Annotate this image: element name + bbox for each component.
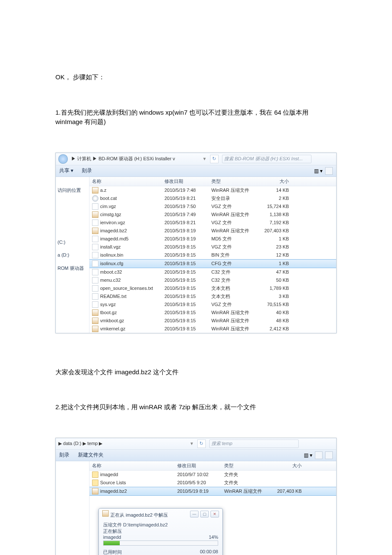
preview-icon[interactable]	[315, 451, 323, 459]
file-row[interactable]: vmkernel.gz2010/5/19 8:15WinRAR 压缩文件2,41…	[89, 325, 336, 333]
share-button[interactable]: 共享 ▾	[59, 167, 73, 174]
file-type: 文件夹	[224, 471, 271, 478]
file-name: vmkernel.gz	[100, 326, 125, 331]
address-bar: ▶ 计算机 ▶ BD-ROM 驱动器 (H:) ESXi Installer v…	[56, 153, 336, 165]
burn-button[interactable]: 刻录	[82, 167, 92, 174]
view-button[interactable]: ▥ ▾	[304, 452, 312, 458]
file-size: 207,403 KB	[271, 489, 305, 494]
file-list: 名称 修改日期 类型 大小 imagedd2010/9/7 10:02文件夹So…	[89, 461, 336, 555]
help-icon[interactable]	[325, 167, 333, 175]
file-row[interactable]: imagedd.md52010/5/19 8:19MD5 文件1 KB	[89, 235, 336, 243]
col-name[interactable]: 名称	[92, 178, 164, 185]
file-row[interactable]: imagedd.bz22010/5/19 8:19WinRAR 压缩文件207,…	[89, 227, 336, 235]
search-input[interactable]: 搜索 BD-ROM 驱动器 (H:) ESXi Inst...	[222, 155, 311, 163]
file-icon	[92, 211, 98, 218]
file-date: 2010/5/19 8:21	[164, 196, 211, 201]
file-date: 2010/5/19 8:15	[164, 294, 211, 299]
file-icon	[92, 480, 98, 486]
file-type: 文件夹	[224, 480, 271, 486]
file-row[interactable]: a.z2010/5/19 7:48WinRAR 压缩文件14 KB	[89, 186, 336, 194]
nav-pane-item[interactable]: ROM 驱动器	[58, 265, 87, 272]
nav-pane[interactable]: 访问的位置(C:)a (D:)ROM 驱动器	[56, 177, 89, 333]
file-size: 1 KB	[262, 261, 292, 266]
file-row[interactable]: tboot.gz2010/5/19 8:15WinRAR 压缩文件40 KB	[89, 309, 336, 317]
file-size: 1,789 KB	[262, 286, 292, 291]
file-name: imagedd.bz2	[100, 489, 127, 494]
file-icon	[92, 318, 98, 324]
file-icon	[92, 244, 98, 250]
file-row[interactable]: cimstg.tgz2010/5/19 7:49WinRAR 压缩文件1,138…	[89, 211, 336, 219]
file-row[interactable]: mboot.c322010/5/19 8:15C32 文件47 KB	[89, 268, 336, 276]
nav-pane-item[interactable]: 访问的位置	[58, 187, 87, 194]
toolbar: 刻录 新建文件夹 ▥ ▾	[56, 450, 336, 461]
file-icon	[92, 277, 98, 283]
file-type: WinRAR 压缩文件	[211, 318, 262, 324]
file-row[interactable]: open_source_licenses.txt2010/5/19 8:15文本…	[89, 284, 336, 292]
file-row[interactable]: isolinux.cfg2010/5/19 8:15CFG 文件1 KB	[89, 259, 336, 268]
file-list: 名称 修改日期 类型 大小 a.z2010/5/19 7:48WinRAR 压缩…	[89, 177, 336, 333]
file-row[interactable]: imagedd2010/9/7 10:02文件夹	[89, 471, 336, 479]
file-type: 文本文档	[211, 285, 262, 292]
file-row[interactable]: ienviron.vgz2010/5/19 8:21VGZ 文件7,192 KB	[89, 219, 336, 227]
file-progress-pct: 14%	[209, 535, 218, 540]
nav-pane-item[interactable]: (C:)	[58, 240, 87, 245]
file-row[interactable]: imagedd.bz22010/5/19 8:19WinRAR 压缩文件207,…	[89, 487, 336, 496]
nav-pane[interactable]	[56, 461, 89, 555]
explorer-window-cdrom: ▶ 计算机 ▶ BD-ROM 驱动器 (H:) ESXi Installer v…	[55, 153, 337, 333]
file-date: 2010/5/19 8:15	[164, 286, 211, 291]
paragraph-ok: OK， 步骤如下：	[55, 72, 337, 82]
col-size[interactable]: 大小	[271, 462, 305, 469]
file-date: 2010/5/19 8:15	[164, 252, 211, 257]
search-input[interactable]: 搜索 temp	[209, 439, 299, 448]
file-date: 2010/5/19 8:15	[164, 302, 211, 307]
file-type: VGZ 文件	[211, 244, 262, 250]
refresh-button[interactable]: ↻	[197, 439, 206, 448]
file-name: cim.vgz	[100, 204, 116, 209]
file-row[interactable]: install.vgz2010/5/19 8:15VGZ 文件23 KB	[89, 243, 336, 251]
breadcrumb[interactable]: ▶ 计算机 ▶ BD-ROM 驱动器 (H:) ESXi Installer v	[71, 156, 199, 162]
col-type[interactable]: 类型	[224, 462, 271, 469]
file-size: 14 KB	[262, 188, 292, 193]
file-type: WinRAR 压缩文件	[211, 326, 262, 332]
explorer-window-temp: ▶ data (D:) ▶ temp ▶ ▼ ↻ 搜索 temp 刻录 新建文件…	[55, 438, 337, 555]
file-date: 2010/5/19 8:21	[164, 220, 211, 225]
help-icon[interactable]	[325, 451, 333, 459]
file-icon	[92, 285, 98, 292]
col-date[interactable]: 修改日期	[164, 178, 211, 185]
dropdown-arrow-icon[interactable]: ▼	[190, 441, 194, 446]
file-row[interactable]: README.txt2010/5/19 8:15文本文档3 KB	[89, 292, 336, 301]
dropdown-arrow-icon[interactable]: ▼	[202, 156, 207, 161]
file-row[interactable]: sys.vgz2010/5/19 8:15VGZ 文件70,515 KB	[89, 301, 336, 309]
col-date[interactable]: 修改日期	[177, 462, 224, 469]
newfolder-button[interactable]: 新建文件夹	[78, 451, 104, 459]
file-name: a.z	[100, 188, 107, 193]
file-row[interactable]: vmkboot.gz2010/5/19 8:15WinRAR 压缩文件48 KB	[89, 317, 336, 325]
minimize-button[interactable]: —	[190, 511, 199, 517]
burn-button[interactable]: 刻录	[59, 451, 69, 459]
file-name: tboot.gz	[100, 310, 117, 315]
file-row[interactable]: Source Lists2010/9/5 9:20文件夹	[89, 479, 336, 487]
file-row[interactable]: cim.vgz2010/5/19 7:50VGZ 文件15,724 KB	[89, 202, 336, 211]
file-size: 7,192 KB	[262, 220, 292, 225]
refresh-button[interactable]: ↻	[210, 155, 219, 163]
file-size: 2 KB	[262, 196, 292, 201]
file-row[interactable]: menu.c322010/5/19 8:15C32 文件50 KB	[89, 276, 336, 284]
file-row[interactable]: boot.cat2010/5/19 8:21安全目录2 KB	[89, 194, 336, 202]
nav-pane-item[interactable]: a (D:)	[58, 252, 87, 257]
file-icon	[92, 309, 98, 316]
breadcrumb[interactable]: ▶ data (D:) ▶ temp ▶	[58, 441, 186, 446]
file-size: 2,412 KB	[262, 326, 292, 331]
file-name: menu.c32	[100, 278, 121, 283]
col-size[interactable]: 大小	[262, 178, 292, 185]
current-file-label: imagedd	[103, 535, 121, 540]
view-button[interactable]: ▥ ▾	[314, 168, 323, 174]
file-date: 2010/5/19 8:19	[177, 489, 224, 494]
file-date: 2010/5/19 8:15	[164, 269, 211, 275]
nav-back-button[interactable]	[58, 154, 68, 164]
elapsed-value: 00:00:08	[200, 549, 218, 555]
close-button[interactable]: ✕	[210, 511, 219, 517]
file-row[interactable]: isolinux.bin2010/5/19 8:15BIN 文件12 KB	[89, 251, 336, 259]
col-type[interactable]: 类型	[211, 178, 262, 185]
col-name[interactable]: 名称	[92, 462, 177, 469]
maximize-button[interactable]: ▢	[200, 511, 209, 517]
